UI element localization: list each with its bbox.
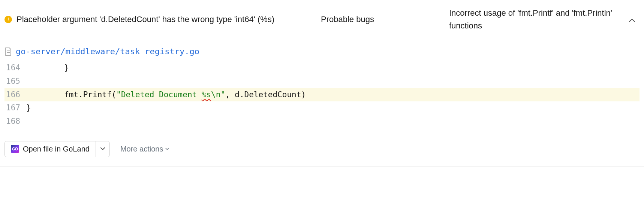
- issue-category: Probable bugs: [321, 15, 445, 24]
- more-actions-button[interactable]: More actions: [120, 145, 169, 153]
- line-number: 166: [4, 88, 26, 102]
- issue-inspection: Incorrect usage of 'fmt.Printf' and 'fmt…: [449, 7, 619, 32]
- code-content: [26, 115, 640, 128]
- code-content: }: [26, 101, 640, 115]
- issue-header-row: Placeholder argument 'd.DeletedCount' ha…: [0, 0, 644, 39]
- code-content: fmt.Printf("Deleted Document %s\n", d.De…: [26, 88, 640, 102]
- open-in-goland-button[interactable]: GO Open file in GoLand: [5, 141, 96, 157]
- line-number: 168: [4, 115, 26, 128]
- file-path-link[interactable]: go-server/middleware/task_registry.go: [16, 47, 199, 56]
- collapse-toggle[interactable]: [624, 15, 640, 24]
- line-number: 165: [4, 75, 26, 88]
- issue-detail: go-server/middleware/task_registry.go 16…: [0, 39, 644, 166]
- file-row: go-server/middleware/task_registry.go: [4, 47, 640, 56]
- more-actions-label: More actions: [120, 145, 163, 153]
- issue-description: Placeholder argument 'd.DeletedCount' ha…: [16, 13, 316, 26]
- line-number: 167: [4, 101, 26, 115]
- chevron-up-icon: [629, 18, 635, 22]
- code-line: 165: [4, 75, 640, 88]
- chevron-down-icon: [165, 148, 169, 150]
- file-icon: [4, 48, 12, 56]
- code-line: 166 fmt.Printf("Deleted Document %s\n", …: [4, 88, 640, 102]
- code-snippet: 164 }165166 fmt.Printf("Deleted Document…: [4, 61, 640, 128]
- code-content: }: [26, 61, 640, 75]
- code-line: 164 }: [4, 61, 640, 75]
- open-in-goland-group: GO Open file in GoLand: [4, 141, 110, 157]
- code-content: [26, 75, 640, 88]
- svg-point-0: [8, 21, 9, 21]
- warning-icon: [4, 16, 12, 23]
- goland-icon: GO: [11, 145, 19, 153]
- chevron-down-icon: [100, 147, 105, 150]
- open-in-goland-label: Open file in GoLand: [23, 145, 90, 153]
- line-number: 164: [4, 61, 26, 75]
- code-line: 167}: [4, 101, 640, 115]
- open-in-goland-dropdown[interactable]: [96, 141, 109, 157]
- actions-row: GO Open file in GoLand More actions: [4, 141, 640, 157]
- code-line: 168: [4, 115, 640, 128]
